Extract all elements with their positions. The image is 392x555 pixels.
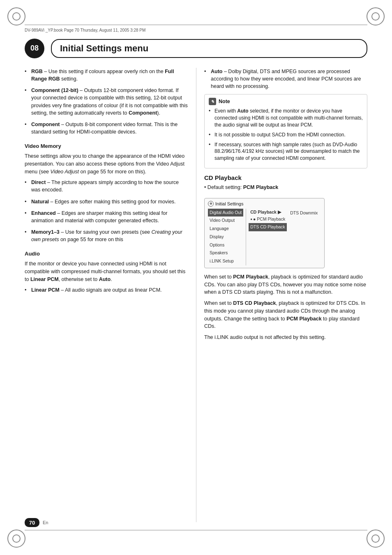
settings-row-speakers: Speakers bbox=[208, 249, 243, 257]
bullet-natural: Natural – Edges are softer making this s… bbox=[25, 198, 188, 205]
main-content: RGB – Use this setting if colours appear… bbox=[25, 68, 367, 522]
bullet-enhanced-label: Enhanced bbox=[31, 210, 56, 216]
corner-tr bbox=[363, 4, 388, 29]
right-column: Auto – Dolby Digital, DTS and MPEG sourc… bbox=[201, 68, 367, 522]
dts-downmix-label: DTS Downmix bbox=[287, 209, 321, 265]
header-section: 08 Initial Settings menu bbox=[25, 35, 367, 62]
bullet-memory13: Memory1–3 – Use for saving your own pres… bbox=[25, 228, 188, 243]
video-memory-heading: Video Memory bbox=[25, 143, 188, 149]
note-icon: ✎ bbox=[209, 98, 216, 105]
cd-playback-default: • Default setting: PCM Playback bbox=[204, 184, 367, 191]
page-number-badge: 70 bbox=[25, 518, 39, 527]
bullet-linear-pcm-label: Linear PCM bbox=[31, 287, 60, 293]
bullet-direct: Direct – The picture appears simply acco… bbox=[25, 179, 188, 193]
page-lang: En bbox=[43, 520, 48, 525]
bullet-enhanced: Enhanced – Edges are sharper making this… bbox=[25, 210, 188, 224]
note-label: Note bbox=[219, 99, 230, 104]
bottom-bar bbox=[25, 530, 367, 530]
option-pcm: ● PCM Playback bbox=[249, 215, 287, 223]
audio-heading: Audio bbox=[25, 251, 188, 257]
bullet-auto-label: Auto bbox=[211, 69, 222, 74]
bullet-direct-text: – The picture appears simply according t… bbox=[31, 180, 179, 193]
note-item-1: Even with Auto selected, if the monitor … bbox=[209, 108, 363, 128]
top-bar bbox=[25, 25, 367, 25]
pcm-playback-text: When set to PCM Playback, playback is op… bbox=[204, 273, 367, 296]
settings-row-display: Display bbox=[208, 233, 243, 241]
left-column: RGB – Use this setting if colours appear… bbox=[25, 68, 191, 522]
header-title-wrap: Initial Settings menu bbox=[51, 39, 367, 58]
bullet-natural-label: Natural bbox=[31, 199, 49, 205]
page-footer: 70 En bbox=[25, 518, 48, 527]
bullet-rgb: RGB – Use this setting if colours appear… bbox=[25, 68, 188, 83]
settings-main-col: Digital Audio Out Video Output Language … bbox=[208, 209, 246, 265]
diagram-title-text: Initial Settings bbox=[215, 201, 243, 206]
note-box: ✎ Note Even with Auto selected, if the m… bbox=[204, 94, 367, 168]
bullet-memory13-label: Memory1–3 bbox=[31, 229, 60, 235]
corner-tl bbox=[4, 4, 29, 29]
note-header: ✎ Note bbox=[209, 98, 363, 105]
submenu-label: CD Playback ▶ bbox=[249, 209, 287, 215]
bullet-component12-label: Component (12-bit) bbox=[31, 88, 78, 93]
settings-diagram: ⊕ Initial Settings Digital Audio Out Vid… bbox=[204, 198, 325, 268]
diagram-title: ⊕ Initial Settings bbox=[208, 201, 321, 207]
dts-playback-text: When set to DTS CD Playback, playback is… bbox=[204, 299, 367, 330]
cd-playback-heading-text: CD Playback bbox=[204, 174, 242, 181]
ilink-note: The i.LINK audio output is not affected … bbox=[204, 334, 367, 341]
bullet-linear-pcm: Linear PCM – All audio signals are outpu… bbox=[25, 286, 188, 294]
bullet-rgb-text: – Use this setting if colours appear ove… bbox=[31, 69, 174, 82]
file-info: DV-989AVi _YP.book Page 70 Thursday, Aug… bbox=[25, 28, 367, 32]
settings-row-ilink: i.LINK Setup bbox=[208, 257, 243, 265]
chapter-badge: 08 bbox=[25, 39, 44, 58]
settings-icon: ⊕ bbox=[208, 201, 214, 207]
bullet-natural-text: – Edges are softer making this setting g… bbox=[49, 199, 176, 205]
note-item-2: It is not possible to output SACD from t… bbox=[209, 131, 363, 138]
cd-playback-heading: CD Playback bbox=[204, 174, 367, 181]
video-memory-intro: These settings allow you to change the a… bbox=[25, 152, 188, 175]
settings-submenu-col: CD Playback ▶ ● PCM Playback DTS CD Play… bbox=[249, 209, 287, 265]
bullet-auto: Auto – Dolby Digital, DTS and MPEG sourc… bbox=[204, 68, 367, 90]
settings-row-options: Options bbox=[208, 241, 243, 249]
bullet-rgb-label: RGB bbox=[31, 69, 43, 74]
bullet-component-label: Component bbox=[31, 122, 60, 127]
page-title: Initial Settings menu bbox=[60, 43, 148, 54]
bullet-component12: Component (12-bit) – Outputs 12-bit comp… bbox=[25, 87, 188, 117]
settings-row-language: Language bbox=[208, 225, 243, 233]
bullet-component: Component – Outputs 8-bit component vide… bbox=[25, 121, 188, 136]
settings-table: Digital Audio Out Video Output Language … bbox=[208, 209, 321, 265]
bullet-direct-label: Direct bbox=[31, 180, 46, 185]
bullet-linear-pcm-text: – All audio signals are output as linear… bbox=[60, 287, 162, 293]
audio-intro: If the monitor or device you have connec… bbox=[25, 260, 188, 283]
note-item-3: If necessary, sources with high sample r… bbox=[209, 141, 363, 162]
bullet-auto-text: – Dolby Digital, DTS and MPEG sources ar… bbox=[211, 69, 361, 89]
settings-row-digital-audio: Digital Audio Out bbox=[208, 209, 243, 217]
option-dts-cd: DTS CD Playback bbox=[249, 223, 287, 231]
settings-row-video-output: Video Output bbox=[208, 216, 243, 225]
